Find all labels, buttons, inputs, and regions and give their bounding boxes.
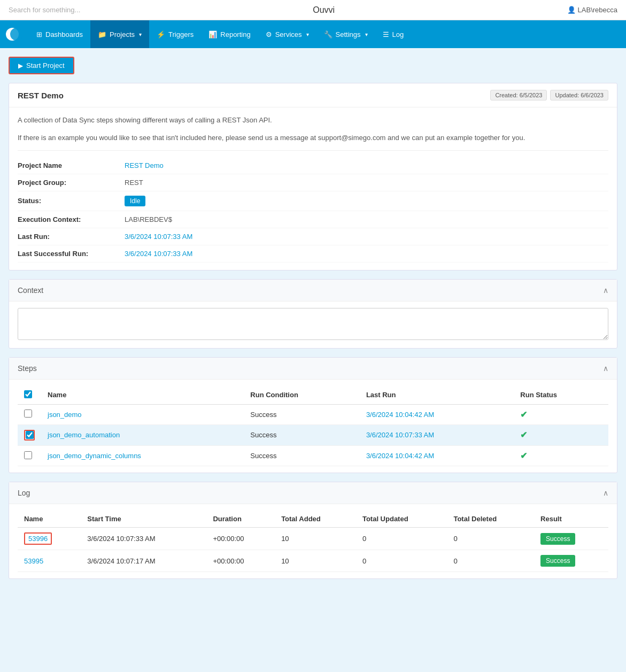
log-section-body: Name Start Time Duration Total Added Tot…	[9, 504, 617, 578]
log-row-1-total-deleted: 0	[447, 528, 534, 550]
search-input[interactable]: Search for something...	[9, 6, 80, 14]
context-textarea[interactable]	[18, 308, 608, 340]
log-table: Name Start Time Duration Total Added Tot…	[18, 511, 608, 572]
lightning-icon: ⚡	[157, 30, 165, 38]
info-row-project-name: Project Name REST Demo	[18, 157, 608, 174]
col-checkbox	[18, 386, 41, 405]
project-badges: Created: 6/5/2023 Updated: 6/6/2023	[490, 90, 608, 101]
step-2-name[interactable]: json_demo_automation	[41, 424, 244, 446]
steps-section-title: Steps	[18, 364, 37, 373]
step-1-last-run[interactable]: 3/6/2024 10:04:42 AM	[360, 404, 514, 424]
log-row-2-start-time: 3/6/2024 10:07:17 AM	[81, 550, 206, 572]
step-3-status: ✔	[514, 446, 608, 466]
log-row-2-total-updated: 0	[356, 550, 447, 572]
project-name-value[interactable]: REST Demo	[125, 161, 164, 169]
col-last-run: Last Run	[360, 386, 514, 405]
steps-chevron-up-icon: ∧	[603, 364, 608, 373]
step-1-run-condition: Success	[244, 404, 360, 424]
log-row-1-start-time: 3/6/2024 10:07:33 AM	[81, 528, 206, 550]
select-all-checkbox[interactable]	[24, 390, 32, 398]
app-title: Ouvvi	[313, 5, 335, 15]
start-project-button[interactable]: ▶ Start Project	[9, 57, 74, 74]
step-2-status: ✔	[514, 424, 608, 446]
chevron-down-icon: ▾	[139, 32, 142, 37]
created-badge: Created: 6/5/2023	[490, 90, 547, 101]
project-description-1: A collection of Data Sync steps showing …	[18, 115, 608, 126]
log-section: Log ∧ Name Start Time Duration Total Add…	[9, 482, 617, 579]
log-row-1-duration: +00:00:00	[206, 528, 275, 550]
steps-section-header[interactable]: Steps ∧	[9, 358, 617, 380]
log-col-total-updated: Total Updated	[356, 511, 447, 528]
log-row-1-total-added: 10	[275, 528, 356, 550]
step-3-name[interactable]: json_demo_dynamic_columns	[41, 446, 244, 466]
context-section-body	[9, 302, 617, 348]
info-row-last-successful-run: Last Successful Run: 3/6/2024 10:07:33 A…	[18, 245, 608, 262]
project-card-body: A collection of Data Sync steps showing …	[9, 107, 617, 270]
info-row-status: Status: Idle	[18, 191, 608, 211]
grid-icon: ⊞	[36, 30, 42, 38]
step-3-last-run[interactable]: 3/6/2024 10:04:42 AM	[360, 446, 514, 466]
project-card: REST Demo Created: 6/5/2023 Updated: 6/6…	[9, 83, 617, 271]
log-row-1-result: Success	[534, 528, 608, 550]
chevron-up-icon: ∧	[603, 286, 608, 295]
nav-dashboards[interactable]: ⊞ Dashboards	[29, 20, 90, 48]
wrench-icon: 🔧	[324, 30, 333, 38]
steps-table: Name Run Condition Last Run Run Status j…	[18, 386, 608, 467]
log-col-total-added: Total Added	[275, 511, 356, 528]
nav-settings[interactable]: 🔧 Settings ▾	[316, 20, 375, 48]
log-row-2-total-deleted: 0	[447, 550, 534, 572]
nav-log[interactable]: ☰ Log	[375, 20, 412, 48]
nav-services[interactable]: ⚙ Services ▾	[258, 20, 316, 48]
steps-section: Steps ∧ Name Run Condition Last Run Run …	[9, 357, 617, 474]
svg-point-1	[10, 28, 23, 41]
chevron-down-icon-services: ▾	[306, 32, 309, 37]
step-3-checkbox[interactable]	[24, 451, 32, 459]
folder-icon: 📁	[98, 30, 106, 38]
play-icon: ▶	[18, 62, 23, 69]
nav-bar: ⊞ Dashboards 📁 Projects ▾ ⚡ Triggers 📊 R…	[0, 20, 626, 48]
log-row-1-id[interactable]: 53996	[18, 528, 81, 550]
log-col-result: Result	[534, 511, 608, 528]
log-row-2-total-added: 10	[275, 550, 356, 572]
nav-reporting[interactable]: 📊 Reporting	[201, 20, 258, 48]
step-1-name[interactable]: json_demo	[41, 404, 244, 424]
col-run-condition: Run Condition	[244, 386, 360, 405]
check-icon-2: ✔	[520, 430, 527, 439]
log-id-highlighted[interactable]: 53996	[24, 532, 52, 545]
project-group-value: REST	[125, 179, 143, 187]
app-logo[interactable]	[4, 24, 25, 44]
step-2-last-run[interactable]: 3/6/2024 10:07:33 AM	[360, 424, 514, 446]
result-success-badge: Success	[540, 533, 575, 545]
top-bar: Search for something... Ouvvi 👤 LAB\rebe…	[0, 0, 626, 20]
context-section-title: Context	[18, 286, 43, 295]
step-2-checkbox-highlighted[interactable]	[24, 430, 35, 441]
col-name: Name	[41, 386, 244, 405]
step-2-checkbox[interactable]	[26, 431, 34, 439]
info-row-last-run: Last Run: 3/6/2024 10:07:33 AM	[18, 228, 608, 245]
log-row-2-duration: +00:00:00	[206, 550, 275, 572]
info-row-project-group: Project Group: REST	[18, 174, 608, 191]
project-title: REST Demo	[18, 91, 64, 100]
project-description-2: If there is an example you would like to…	[18, 133, 608, 144]
steps-section-body: Name Run Condition Last Run Run Status j…	[9, 380, 617, 473]
last-run-value[interactable]: 3/6/2024 10:07:33 AM	[125, 233, 192, 241]
nav-triggers[interactable]: ⚡ Triggers	[149, 20, 201, 48]
nav-projects[interactable]: 📁 Projects ▾	[90, 20, 149, 48]
context-section-header[interactable]: Context ∧	[9, 280, 617, 302]
cog-group-icon: ⚙	[266, 30, 272, 38]
log-chevron-up-icon: ∧	[603, 489, 608, 497]
context-section: Context ∧	[9, 279, 617, 349]
log-col-total-deleted: Total Deleted	[447, 511, 534, 528]
log-col-start-time: Start Time	[81, 511, 206, 528]
log-row-2-id[interactable]: 53995	[18, 550, 81, 572]
step-1-status: ✔	[514, 404, 608, 424]
log-section-header[interactable]: Log ∧	[9, 482, 617, 504]
updated-badge: Updated: 6/6/2023	[550, 90, 608, 101]
log-row-2-result: Success	[534, 550, 608, 572]
check-icon: ✔	[520, 410, 527, 419]
log-section-title: Log	[18, 489, 30, 497]
step-2-run-condition: Success	[244, 424, 360, 446]
step-1-checkbox[interactable]	[24, 410, 32, 418]
last-successful-run-value[interactable]: 3/6/2024 10:07:33 AM	[125, 250, 192, 258]
col-run-status: Run Status	[514, 386, 608, 405]
